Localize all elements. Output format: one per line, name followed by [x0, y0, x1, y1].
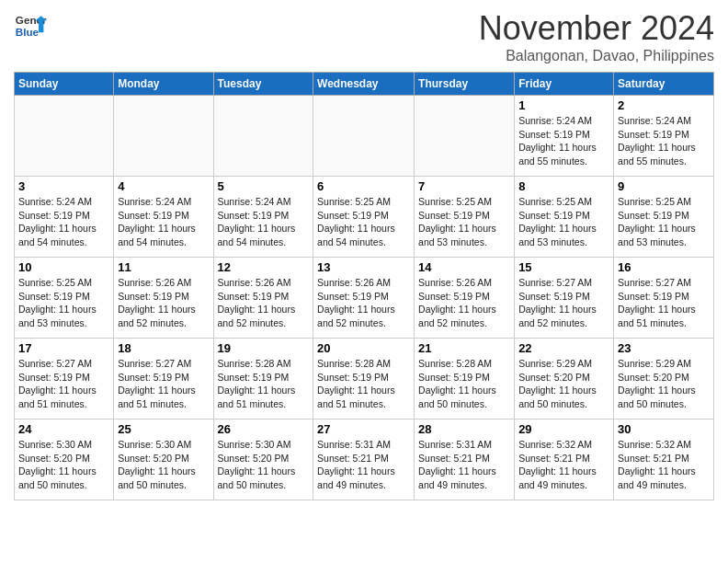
calendar-cell — [313, 96, 415, 177]
day-number: 16 — [618, 260, 710, 274]
weekday-header-saturday: Saturday — [614, 73, 714, 96]
day-number: 8 — [518, 179, 609, 193]
day-info: Sunrise: 5:29 AM Sunset: 5:20 PM Dayligh… — [518, 357, 609, 411]
calendar-cell: 26Sunrise: 5:30 AM Sunset: 5:20 PM Dayli… — [213, 419, 313, 500]
day-number: 28 — [418, 422, 510, 436]
day-number: 24 — [18, 422, 109, 436]
day-number: 30 — [618, 422, 710, 436]
day-info: Sunrise: 5:27 AM Sunset: 5:19 PM Dayligh… — [118, 357, 209, 411]
calendar-cell: 25Sunrise: 5:30 AM Sunset: 5:20 PM Dayli… — [114, 419, 213, 500]
calendar-cell: 12Sunrise: 5:26 AM Sunset: 5:19 PM Dayli… — [213, 258, 313, 339]
week-row-4: 17Sunrise: 5:27 AM Sunset: 5:19 PM Dayli… — [15, 339, 714, 419]
calendar-cell: 4Sunrise: 5:24 AM Sunset: 5:19 PM Daylig… — [114, 177, 213, 258]
weekday-header-sunday: Sunday — [15, 73, 114, 96]
logo: General Blue — [14, 9, 47, 42]
day-info: Sunrise: 5:27 AM Sunset: 5:19 PM Dayligh… — [18, 357, 109, 411]
day-number: 4 — [118, 179, 209, 193]
day-info: Sunrise: 5:24 AM Sunset: 5:19 PM Dayligh… — [218, 195, 310, 249]
weekday-header-row: SundayMondayTuesdayWednesdayThursdayFrid… — [15, 73, 714, 96]
calendar-cell — [15, 96, 114, 177]
day-info: Sunrise: 5:28 AM Sunset: 5:19 PM Dayligh… — [418, 357, 510, 411]
day-info: Sunrise: 5:25 AM Sunset: 5:19 PM Dayligh… — [418, 195, 510, 249]
day-number: 12 — [218, 260, 310, 274]
weekday-header-tuesday: Tuesday — [213, 73, 313, 96]
day-number: 13 — [317, 260, 410, 274]
day-info: Sunrise: 5:28 AM Sunset: 5:19 PM Dayligh… — [218, 357, 310, 411]
calendar-cell: 5Sunrise: 5:24 AM Sunset: 5:19 PM Daylig… — [213, 177, 313, 258]
day-number: 20 — [317, 341, 410, 355]
calendar-cell: 24Sunrise: 5:30 AM Sunset: 5:20 PM Dayli… — [15, 419, 114, 500]
day-info: Sunrise: 5:24 AM Sunset: 5:19 PM Dayligh… — [118, 195, 209, 249]
calendar-cell: 30Sunrise: 5:32 AM Sunset: 5:21 PM Dayli… — [614, 419, 714, 500]
day-info: Sunrise: 5:30 AM Sunset: 5:20 PM Dayligh… — [218, 438, 310, 492]
calendar-cell: 21Sunrise: 5:28 AM Sunset: 5:19 PM Dayli… — [415, 339, 515, 419]
calendar-cell: 1Sunrise: 5:24 AM Sunset: 5:19 PM Daylig… — [515, 96, 614, 177]
day-number: 19 — [218, 341, 310, 355]
calendar-table: SundayMondayTuesdayWednesdayThursdayFrid… — [14, 72, 714, 500]
calendar-cell: 18Sunrise: 5:27 AM Sunset: 5:19 PM Dayli… — [114, 339, 213, 419]
weekday-header-monday: Monday — [114, 73, 213, 96]
day-info: Sunrise: 5:32 AM Sunset: 5:21 PM Dayligh… — [518, 438, 609, 492]
day-info: Sunrise: 5:24 AM Sunset: 5:19 PM Dayligh… — [518, 114, 609, 168]
calendar-cell: 14Sunrise: 5:26 AM Sunset: 5:19 PM Dayli… — [415, 258, 515, 339]
day-number: 6 — [317, 179, 410, 193]
calendar-cell: 22Sunrise: 5:29 AM Sunset: 5:20 PM Dayli… — [515, 339, 614, 419]
day-info: Sunrise: 5:31 AM Sunset: 5:21 PM Dayligh… — [418, 438, 510, 492]
svg-text:Blue: Blue — [16, 26, 40, 38]
day-number: 10 — [18, 260, 109, 274]
month-title: November 2024 — [479, 9, 714, 48]
week-row-1: 1Sunrise: 5:24 AM Sunset: 5:19 PM Daylig… — [15, 96, 714, 177]
day-info: Sunrise: 5:27 AM Sunset: 5:19 PM Dayligh… — [518, 276, 609, 330]
calendar-cell: 28Sunrise: 5:31 AM Sunset: 5:21 PM Dayli… — [415, 419, 515, 500]
calendar-cell: 7Sunrise: 5:25 AM Sunset: 5:19 PM Daylig… — [415, 177, 515, 258]
day-number: 18 — [118, 341, 209, 355]
day-number: 26 — [218, 422, 310, 436]
weekday-header-wednesday: Wednesday — [313, 73, 415, 96]
calendar-cell — [114, 96, 213, 177]
day-info: Sunrise: 5:24 AM Sunset: 5:19 PM Dayligh… — [618, 114, 710, 168]
calendar-cell: 15Sunrise: 5:27 AM Sunset: 5:19 PM Dayli… — [515, 258, 614, 339]
calendar-cell: 10Sunrise: 5:25 AM Sunset: 5:19 PM Dayli… — [15, 258, 114, 339]
day-number: 9 — [618, 179, 710, 193]
day-info: Sunrise: 5:29 AM Sunset: 5:20 PM Dayligh… — [618, 357, 710, 411]
header: General Blue November 2024 Balangonan, D… — [14, 9, 714, 64]
calendar-cell: 6Sunrise: 5:25 AM Sunset: 5:19 PM Daylig… — [313, 177, 415, 258]
weekday-header-thursday: Thursday — [415, 73, 515, 96]
calendar-cell — [415, 96, 515, 177]
day-number: 3 — [18, 179, 109, 193]
day-info: Sunrise: 5:26 AM Sunset: 5:19 PM Dayligh… — [118, 276, 209, 330]
day-number: 15 — [518, 260, 609, 274]
calendar-cell: 17Sunrise: 5:27 AM Sunset: 5:19 PM Dayli… — [15, 339, 114, 419]
day-info: Sunrise: 5:26 AM Sunset: 5:19 PM Dayligh… — [418, 276, 510, 330]
day-number: 29 — [518, 422, 609, 436]
calendar-cell: 9Sunrise: 5:25 AM Sunset: 5:19 PM Daylig… — [614, 177, 714, 258]
day-info: Sunrise: 5:25 AM Sunset: 5:19 PM Dayligh… — [18, 276, 109, 330]
day-number: 2 — [618, 98, 710, 112]
week-row-2: 3Sunrise: 5:24 AM Sunset: 5:19 PM Daylig… — [15, 177, 714, 258]
calendar-cell: 2Sunrise: 5:24 AM Sunset: 5:19 PM Daylig… — [614, 96, 714, 177]
calendar-cell: 27Sunrise: 5:31 AM Sunset: 5:21 PM Dayli… — [313, 419, 415, 500]
day-info: Sunrise: 5:26 AM Sunset: 5:19 PM Dayligh… — [317, 276, 410, 330]
day-number: 21 — [418, 341, 510, 355]
day-number: 7 — [418, 179, 510, 193]
weekday-header-friday: Friday — [515, 73, 614, 96]
day-number: 5 — [218, 179, 310, 193]
day-info: Sunrise: 5:30 AM Sunset: 5:20 PM Dayligh… — [18, 438, 109, 492]
day-number: 27 — [317, 422, 410, 436]
day-info: Sunrise: 5:30 AM Sunset: 5:20 PM Dayligh… — [118, 438, 209, 492]
week-row-3: 10Sunrise: 5:25 AM Sunset: 5:19 PM Dayli… — [15, 258, 714, 339]
day-info: Sunrise: 5:28 AM Sunset: 5:19 PM Dayligh… — [317, 357, 410, 411]
calendar-cell: 13Sunrise: 5:26 AM Sunset: 5:19 PM Dayli… — [313, 258, 415, 339]
day-info: Sunrise: 5:24 AM Sunset: 5:19 PM Dayligh… — [18, 195, 109, 249]
calendar-cell: 20Sunrise: 5:28 AM Sunset: 5:19 PM Dayli… — [313, 339, 415, 419]
day-info: Sunrise: 5:25 AM Sunset: 5:19 PM Dayligh… — [518, 195, 609, 249]
day-info: Sunrise: 5:26 AM Sunset: 5:19 PM Dayligh… — [218, 276, 310, 330]
calendar-cell: 29Sunrise: 5:32 AM Sunset: 5:21 PM Dayli… — [515, 419, 614, 500]
day-number: 23 — [618, 341, 710, 355]
calendar-cell — [213, 96, 313, 177]
location: Balangonan, Davao, Philippines — [479, 48, 714, 64]
day-info: Sunrise: 5:25 AM Sunset: 5:19 PM Dayligh… — [618, 195, 710, 249]
day-info: Sunrise: 5:32 AM Sunset: 5:21 PM Dayligh… — [618, 438, 710, 492]
day-info: Sunrise: 5:27 AM Sunset: 5:19 PM Dayligh… — [618, 276, 710, 330]
day-info: Sunrise: 5:25 AM Sunset: 5:19 PM Dayligh… — [317, 195, 410, 249]
